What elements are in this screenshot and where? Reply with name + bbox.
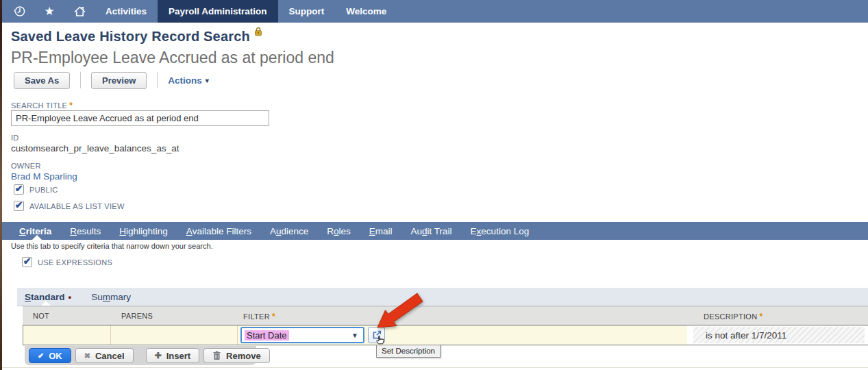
required-marker: * xyxy=(69,101,73,110)
tab-available-filters[interactable]: Available Filters xyxy=(186,226,251,236)
cursor-hand-icon xyxy=(375,335,386,346)
column-divider xyxy=(237,325,238,345)
row-edit-area: Start Date ▼ xyxy=(23,325,687,345)
tab-email[interactable]: Email xyxy=(369,226,393,236)
toolbar-divider xyxy=(157,72,158,88)
col-header-not: NOT xyxy=(33,312,49,320)
plus-icon: ✚ xyxy=(155,351,162,360)
col-header-description: DESCRIPTION* xyxy=(704,312,762,321)
active-tab-pointer xyxy=(32,235,42,240)
owner-link[interactable]: Brad M Sparling xyxy=(11,171,77,182)
tab-results[interactable]: Results xyxy=(70,226,101,236)
tab-execution-log[interactable]: Execution Log xyxy=(471,226,530,236)
trash-icon xyxy=(212,351,221,360)
page-bottom-divider xyxy=(0,367,868,368)
nav-item-payroll-administration[interactable]: Payroll Administration xyxy=(158,0,278,23)
use-expressions-checkbox[interactable]: ✔ xyxy=(22,257,32,267)
insert-button[interactable]: ✚ Insert xyxy=(146,348,199,363)
required-marker: * xyxy=(272,312,275,321)
record-subtitle: PR-Employee Leave Accrued as at period e… xyxy=(11,49,334,67)
criteria-table-row: Start Date ▼ is not after 1/7/2011 xyxy=(23,325,868,345)
public-checkbox-row: ✔ PUBLIC xyxy=(14,184,58,195)
description-value: is not after 1/7/2011 xyxy=(693,327,865,343)
search-title-input[interactable] xyxy=(11,110,269,126)
window-edge xyxy=(0,0,2,370)
history-icon[interactable] xyxy=(4,0,34,23)
cancel-button[interactable]: ✖ Cancel xyxy=(75,348,134,363)
id-value: customsearch_pr_leave_balances_as_at xyxy=(11,143,179,153)
criteria-table-header: NOT PARENS FILTER* DESCRIPTION* xyxy=(23,306,868,325)
x-icon: ✖ xyxy=(84,352,90,360)
toolbar-divider xyxy=(80,72,81,88)
annotation-arrow-icon xyxy=(372,292,430,332)
column-divider xyxy=(110,325,111,345)
home-icon[interactable] xyxy=(64,0,95,23)
check-icon: ✔ xyxy=(23,256,32,266)
page-title: Saved Leave History Record Search xyxy=(11,29,262,45)
top-nav: ★ Activities Payroll Administration Supp… xyxy=(0,0,868,23)
description-cell: is not after 1/7/2011 xyxy=(687,325,868,345)
header-toolbar: Save As Preview Actions ▾ xyxy=(14,71,209,89)
col-header-parens: PARENS xyxy=(121,312,153,320)
select-caret-icon: ▼ xyxy=(351,332,358,339)
actions-menu-button[interactable]: Actions ▾ xyxy=(168,75,209,86)
filter-select[interactable]: Start Date ▼ xyxy=(240,327,364,343)
preview-button[interactable]: Preview xyxy=(91,72,147,89)
available-list-view-row: ✔ AVAILABLE AS LIST VIEW xyxy=(14,201,125,211)
favorites-icon[interactable]: ★ xyxy=(34,0,64,23)
use-expressions-label: USE EXPRESSIONS xyxy=(38,258,112,267)
row-button-bar: ✔ OK ✖ Cancel ✚ Insert Remove xyxy=(25,346,256,365)
nav-item-activities[interactable]: Activities xyxy=(95,0,158,23)
public-label: PUBLIC xyxy=(29,186,58,194)
set-description-tooltip: Set Description xyxy=(376,345,441,358)
tab-highlighting[interactable]: Highlighting xyxy=(119,226,168,236)
check-icon: ✔ xyxy=(15,184,23,193)
check-icon: ✔ xyxy=(15,200,23,210)
criteria-subtabs: Standard• Summary xyxy=(17,288,868,306)
unsaved-dot: • xyxy=(69,292,72,302)
id-label: ID xyxy=(11,134,19,142)
actions-label: Actions xyxy=(168,75,202,86)
tab-audit-trail[interactable]: Audit Trail xyxy=(411,226,452,236)
save-as-button[interactable]: Save As xyxy=(14,72,70,89)
subtab-summary[interactable]: Summary xyxy=(91,292,131,302)
col-header-filter: FILTER* xyxy=(243,312,275,321)
public-checkbox[interactable]: ✔ xyxy=(14,184,24,195)
active-subtab-pointer xyxy=(41,301,51,306)
star-glyph: ★ xyxy=(44,5,54,17)
required-marker: * xyxy=(759,312,762,321)
check-icon: ✔ xyxy=(38,352,44,360)
tab-audience[interactable]: Audience xyxy=(270,226,308,236)
nav-item-support[interactable]: Support xyxy=(278,0,336,23)
ok-button[interactable]: ✔ OK xyxy=(29,348,71,363)
criteria-hint-text: Use this tab to specify criteria that na… xyxy=(11,242,213,250)
remove-button[interactable]: Remove xyxy=(203,348,270,363)
page-title-text: Saved Leave History Record Search xyxy=(11,29,250,44)
chevron-down-icon: ▾ xyxy=(206,77,209,84)
search-title-label: SEARCH TITLE* xyxy=(11,101,73,110)
available-list-view-checkbox[interactable]: ✔ xyxy=(14,201,24,211)
filter-select-value: Start Date xyxy=(245,330,289,341)
owner-label: OWNER xyxy=(11,162,41,170)
available-list-view-label: AVAILABLE AS LIST VIEW xyxy=(29,202,125,210)
history-icon-svg xyxy=(13,5,26,18)
lock-icon xyxy=(254,24,262,40)
home-icon-svg xyxy=(73,5,86,18)
nav-item-welcome[interactable]: Welcome xyxy=(335,0,397,23)
use-expressions-row: ✔ USE EXPRESSIONS xyxy=(22,257,112,267)
tab-roles[interactable]: Roles xyxy=(327,226,351,236)
record-tabs: Criteria Results Highlighting Available … xyxy=(0,222,868,240)
